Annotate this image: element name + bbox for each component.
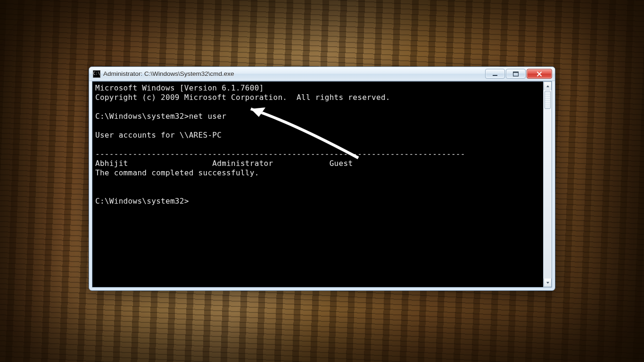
copyright-line: Copyright (c) 2009 Microsoft Corporation…: [95, 93, 390, 102]
user-2: Administrator: [212, 159, 273, 168]
maximize-button[interactable]: [506, 69, 526, 79]
close-icon: [536, 71, 543, 77]
minimize-button[interactable]: [485, 69, 505, 79]
command-1: net user: [189, 112, 226, 121]
version-line: Microsoft Windows [Version 6.1.7600]: [95, 83, 264, 92]
window-title: Administrator: C:\Windows\System32\cmd.e…: [103, 70, 234, 77]
window-controls: [485, 69, 552, 79]
maximize-icon: [513, 71, 519, 77]
accounts-header: User accounts for \\ARES-PC: [95, 131, 222, 140]
user-1: Abhijit: [95, 159, 128, 168]
completed-line: The command completed successfully.: [95, 168, 259, 177]
cmd-window: Administrator: C:\Windows\System32\cmd.e…: [89, 66, 555, 291]
cmd-icon: [93, 70, 100, 78]
minimize-icon: [492, 71, 498, 77]
window-client-area: Microsoft Windows [Version 6.1.7600] Cop…: [92, 81, 552, 288]
window-titlebar[interactable]: Administrator: C:\Windows\System32\cmd.e…: [89, 67, 555, 81]
divider: ----------------------------------------…: [95, 149, 465, 158]
chevron-down-icon: [546, 281, 550, 285]
chevron-up-icon: [546, 84, 550, 88]
svg-rect-2: [513, 72, 519, 73]
user-3: Guest: [330, 159, 353, 168]
scroll-up-button[interactable]: [544, 82, 552, 90]
svg-rect-0: [493, 75, 497, 76]
prompt-1: C:\Windows\system32>: [95, 112, 189, 121]
scroll-down-button[interactable]: [544, 279, 552, 287]
close-button[interactable]: [527, 69, 552, 79]
prompt-2: C:\Windows\system32>: [95, 197, 189, 206]
vertical-scrollbar[interactable]: [543, 82, 552, 287]
scrollbar-thumb[interactable]: [545, 91, 551, 109]
desktop-background: Administrator: C:\Windows\System32\cmd.e…: [0, 0, 644, 362]
terminal-output[interactable]: Microsoft Windows [Version 6.1.7600] Cop…: [92, 82, 543, 287]
